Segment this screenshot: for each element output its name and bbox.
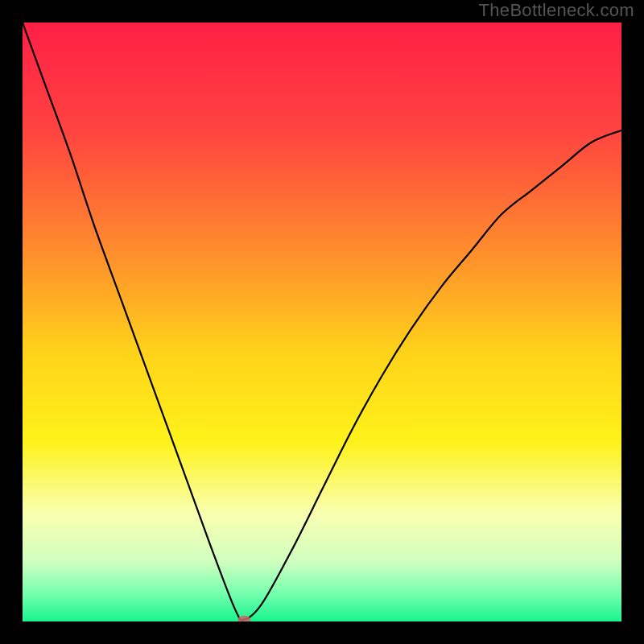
chart-outer: TheBottleneck.com — [0, 0, 644, 644]
watermark-text: TheBottleneck.com — [479, 0, 634, 21]
chart-frame — [23, 23, 621, 621]
chart-svg — [23, 23, 621, 621]
gradient-plot-area — [23, 23, 621, 621]
